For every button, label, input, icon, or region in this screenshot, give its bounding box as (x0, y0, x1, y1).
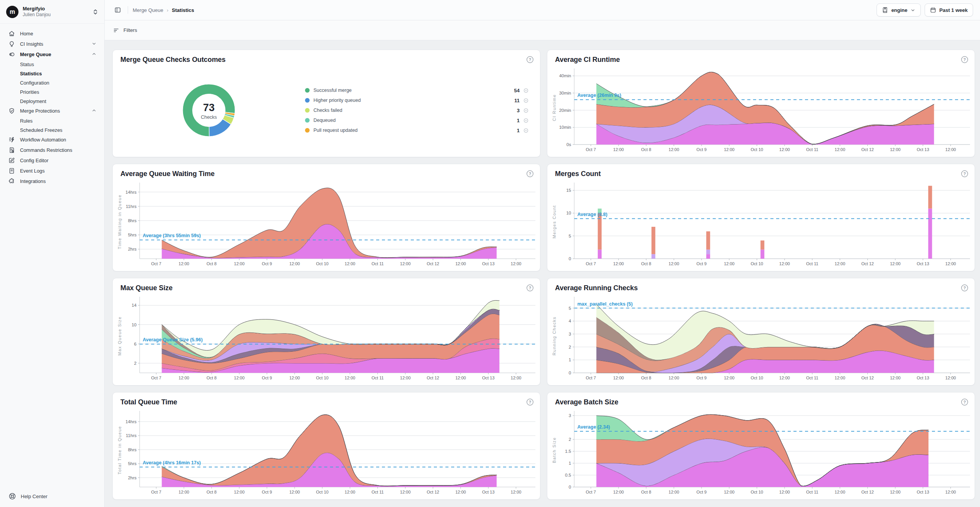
sidebar-item-deployment[interactable]: Deployment (0, 96, 104, 106)
legend-item[interactable]: Successful merge54 (305, 88, 528, 93)
filters-label[interactable]: Filters (123, 27, 137, 33)
sidebar-item-label: Deployment (20, 98, 97, 104)
help-icon[interactable]: ? (526, 56, 534, 63)
sidebar-item-commands-restrictions[interactable]: Commands Restrictions (0, 145, 104, 155)
svg-text:Oct 11: Oct 11 (806, 490, 818, 494)
doclines-icon (8, 168, 15, 174)
chart-canvas: 012345Oct 712:00Oct 812:00Oct 912:00Oct … (547, 292, 975, 386)
sidebar-item-ci-insights[interactable]: CI Insights (0, 39, 104, 49)
svg-text:12:00: 12:00 (400, 376, 411, 380)
sidebar-item-event-logs[interactable]: Event Logs (0, 166, 104, 176)
org-switcher[interactable]: m Mergifyio Julien Danjou (0, 0, 104, 24)
help-icon[interactable]: ? (961, 284, 968, 292)
panel-title: Total Queue Time (120, 398, 177, 406)
legend-info-icon[interactable] (523, 128, 528, 133)
sidebar-item-merge-protections[interactable]: Merge Protections (0, 106, 104, 116)
svg-text:Oct 10: Oct 10 (316, 376, 328, 380)
panel-title: Average Queue Waiting Time (120, 170, 215, 178)
sidebar-item-statistics[interactable]: Statistics (0, 69, 104, 78)
chevron-up-icon (92, 108, 97, 114)
help-icon[interactable]: ? (961, 170, 968, 178)
svg-text:12:00: 12:00 (779, 261, 790, 266)
svg-text:Oct 7: Oct 7 (586, 147, 596, 152)
breadcrumb-parent[interactable]: Merge Queue (133, 7, 163, 13)
svg-text:12:00: 12:00 (668, 261, 679, 266)
help-icon[interactable]: ? (961, 56, 968, 63)
sidebar-item-config-editor[interactable]: Config Editor (0, 155, 104, 166)
legend-info-icon[interactable] (523, 118, 528, 123)
svg-text:Oct 12: Oct 12 (427, 490, 439, 494)
sidebar-item-rules[interactable]: Rules (0, 116, 104, 125)
help-icon[interactable]: ? (526, 170, 534, 178)
svg-text:Oct 13: Oct 13 (917, 376, 929, 380)
doclock-icon (8, 147, 15, 153)
legend-item[interactable]: Checks failed3 (305, 108, 528, 113)
sidebar-item-workflow-automation[interactable]: Workflow Automation (0, 135, 104, 145)
legend-item[interactable]: Pull request updated1 (305, 128, 528, 133)
sidebar-item-scheduled-freezes[interactable]: Scheduled Freezes (0, 125, 104, 135)
donut-panel-body: 73Checks Successful merge54Higher priori… (113, 64, 540, 157)
legend-item[interactable]: Dequeued1 (305, 118, 528, 123)
panel-left-icon (114, 7, 121, 13)
svg-text:12:00: 12:00 (613, 490, 624, 494)
legend-info-icon[interactable] (523, 98, 528, 103)
date-range-button[interactable]: Past 1 week (925, 3, 973, 17)
svg-text:12:00: 12:00 (455, 261, 466, 266)
legend-label: Successful merge (313, 88, 510, 93)
legend-info-icon[interactable] (523, 88, 528, 93)
svg-text:12:00: 12:00 (234, 490, 245, 494)
legend-color-dot (305, 88, 310, 93)
svg-text:Oct 7: Oct 7 (586, 376, 596, 380)
help-icon[interactable]: ? (526, 284, 534, 292)
panel-header: Average Running Checks ? (547, 278, 975, 292)
sidebar-item-merge-queue[interactable]: Merge Queue (0, 49, 104, 60)
svg-text:Oct 12: Oct 12 (427, 261, 439, 266)
svg-text:5hrs: 5hrs (128, 233, 137, 237)
sidebar-item-integrations[interactable]: Integrations (0, 176, 104, 186)
panel-title: Average Running Checks (555, 284, 638, 292)
svg-text:?: ? (529, 286, 531, 290)
svg-text:11hrs: 11hrs (126, 204, 137, 209)
svg-text:Average (26min 9s): Average (26min 9s) (577, 93, 621, 98)
svg-text:12:00: 12:00 (178, 376, 189, 380)
repository-select[interactable]: engine (877, 3, 921, 17)
legend-item[interactable]: Higher priority queued11 (305, 98, 528, 103)
help-center-link[interactable]: Help Center (8, 492, 47, 500)
svg-text:Oct 10: Oct 10 (751, 147, 763, 152)
help-icon[interactable]: ? (526, 398, 534, 406)
help-icon[interactable]: ? (961, 398, 968, 406)
svg-text:8hrs: 8hrs (128, 447, 137, 452)
legend-info-icon[interactable] (523, 108, 528, 113)
svg-text:12:00: 12:00 (455, 376, 466, 380)
sidebar-item-priorities[interactable]: Priorities (0, 87, 104, 96)
sidebar-item-label: Configuration (20, 80, 97, 86)
svg-text:2: 2 (569, 437, 571, 442)
svg-text:14: 14 (132, 303, 137, 308)
svg-text:Oct 10: Oct 10 (751, 490, 763, 494)
legend-value: 54 (514, 88, 520, 93)
sidebar-item-configuration[interactable]: Configuration (0, 78, 104, 87)
breadcrumb-chevron-icon: › (167, 7, 168, 13)
svg-text:12:00: 12:00 (455, 490, 466, 494)
svg-text:12:00: 12:00 (835, 490, 845, 494)
svg-text:0s: 0s (567, 142, 571, 147)
svg-text:12:00: 12:00 (613, 261, 624, 266)
sidebar-item-home[interactable]: Home (0, 28, 104, 39)
sidebar-toggle-button[interactable] (112, 5, 123, 15)
sidebar-nav: HomeCI InsightsMerge QueueStatusStatisti… (0, 24, 104, 186)
svg-text:12:00: 12:00 (345, 376, 355, 380)
org-name: Mergifyio (23, 6, 88, 12)
svg-text:?: ? (963, 286, 966, 290)
panel-average-queue-waiting-time: Average Queue Waiting Time ? 2hrs5hrs8hr… (112, 164, 540, 271)
svg-text:Oct 11: Oct 11 (372, 490, 384, 494)
svg-text:12:00: 12:00 (779, 376, 790, 380)
chevron-down-icon (92, 41, 97, 47)
svg-text:12:00: 12:00 (668, 376, 679, 380)
sidebar-item-label: Status (20, 62, 97, 67)
svg-text:5: 5 (569, 234, 571, 238)
sidebar-item-status[interactable]: Status (0, 60, 104, 69)
svg-text:Oct 7: Oct 7 (151, 376, 161, 380)
book-icon (882, 7, 888, 13)
chevron-updown-icon[interactable] (93, 9, 98, 15)
svg-text:Oct 13: Oct 13 (482, 490, 494, 494)
